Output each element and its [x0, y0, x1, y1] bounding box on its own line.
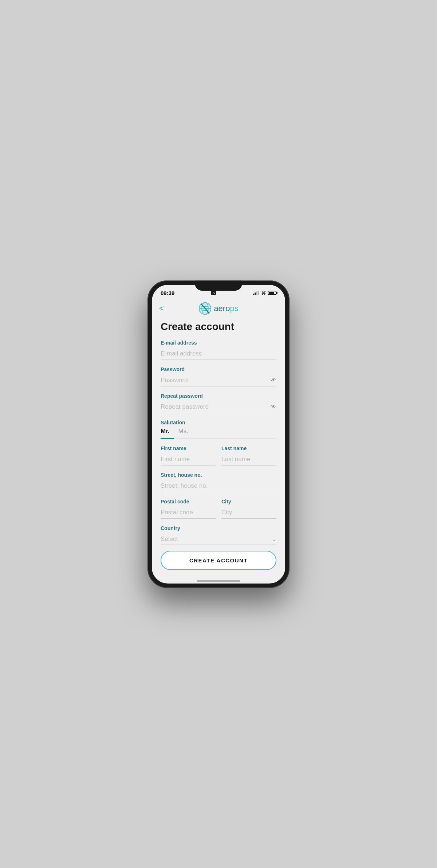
address-field-row: Postal code City — [161, 499, 276, 519]
logo-globe-icon — [198, 302, 212, 315]
country-field-group: Country Select Germany Austria Switzerla… — [161, 525, 276, 545]
postal-code-input-wrap — [161, 507, 216, 519]
salutation-ms-option[interactable]: Ms. — [178, 428, 188, 436]
signal-bars-icon — [253, 291, 259, 295]
create-account-form: Create account E-mail address Password 👁 — [152, 318, 285, 546]
postal-code-label: Postal code — [161, 499, 216, 504]
repeat-password-input-wrap: 👁 — [161, 401, 276, 413]
notch-indicator: A — [211, 291, 216, 295]
salutation-mr-option[interactable]: Mr. — [161, 428, 170, 436]
email-label: E-mail address — [161, 340, 276, 346]
first-name-label: First name — [161, 445, 216, 451]
country-label: Country — [161, 525, 276, 531]
city-input-wrap — [221, 507, 276, 519]
home-bar — [197, 580, 240, 582]
street-input-wrap — [161, 480, 276, 492]
password-input-wrap: 👁 — [161, 374, 276, 386]
logo: aerops — [198, 302, 238, 315]
email-field-group: E-mail address — [161, 340, 276, 360]
password-field-group: Password 👁 — [161, 366, 276, 386]
create-account-button[interactable]: CREATE ACCOUNT — [161, 551, 276, 570]
phone-frame: 09:39 A ⌘ < — [147, 280, 290, 588]
last-name-input-wrap — [221, 453, 276, 466]
bottom-action-area: CREATE ACCOUNT — [152, 546, 285, 577]
country-select[interactable]: Select Germany Austria Switzerland Unite… — [161, 533, 276, 545]
postal-code-field-group: Postal code — [161, 499, 216, 519]
last-name-input[interactable] — [221, 453, 276, 466]
country-select-wrap: Select Germany Austria Switzerland Unite… — [161, 533, 276, 545]
password-visibility-icon[interactable]: 👁 — [271, 377, 276, 384]
app-header: < aerops — [152, 298, 285, 318]
phone-screen: 09:39 A ⌘ < — [152, 285, 285, 584]
salutation-label: Salutation — [161, 420, 276, 425]
back-button[interactable]: < — [159, 305, 164, 313]
repeat-password-field-group: Repeat password 👁 — [161, 393, 276, 413]
name-field-row: First name Last name — [161, 445, 276, 466]
salutation-field-group: Salutation Mr. Ms. — [161, 420, 276, 439]
repeat-password-label: Repeat password — [161, 393, 276, 399]
logo-text: aerops — [214, 304, 238, 313]
city-field-group: City — [221, 499, 276, 519]
repeat-password-visibility-icon[interactable]: 👁 — [271, 404, 276, 410]
first-name-input-wrap — [161, 453, 216, 466]
first-name-field-group: First name — [161, 445, 216, 466]
last-name-field-group: Last name — [221, 445, 276, 466]
street-input[interactable] — [161, 480, 276, 492]
street-field-group: Street, house no. — [161, 472, 276, 492]
status-time: 09:39 — [161, 290, 174, 296]
password-label: Password — [161, 366, 276, 372]
last-name-label: Last name — [221, 445, 276, 451]
status-icons: ⌘ — [253, 290, 276, 296]
first-name-input[interactable] — [161, 453, 216, 466]
screen-content[interactable]: < aerops — [152, 298, 285, 546]
salutation-options: Mr. Ms. — [161, 428, 276, 439]
city-input[interactable] — [221, 507, 276, 519]
postal-code-input[interactable] — [161, 507, 216, 519]
city-label: City — [221, 499, 276, 504]
repeat-password-input[interactable] — [161, 401, 276, 413]
notch — [195, 280, 242, 291]
salutation-underline — [161, 438, 174, 439]
password-input[interactable] — [161, 374, 276, 386]
home-indicator — [152, 577, 285, 584]
wifi-icon: ⌘ — [261, 290, 266, 296]
street-label: Street, house no. — [161, 472, 276, 478]
page-title: Create account — [161, 321, 276, 333]
battery-icon — [268, 291, 276, 295]
email-input[interactable] — [161, 348, 276, 360]
email-input-wrap — [161, 348, 276, 360]
